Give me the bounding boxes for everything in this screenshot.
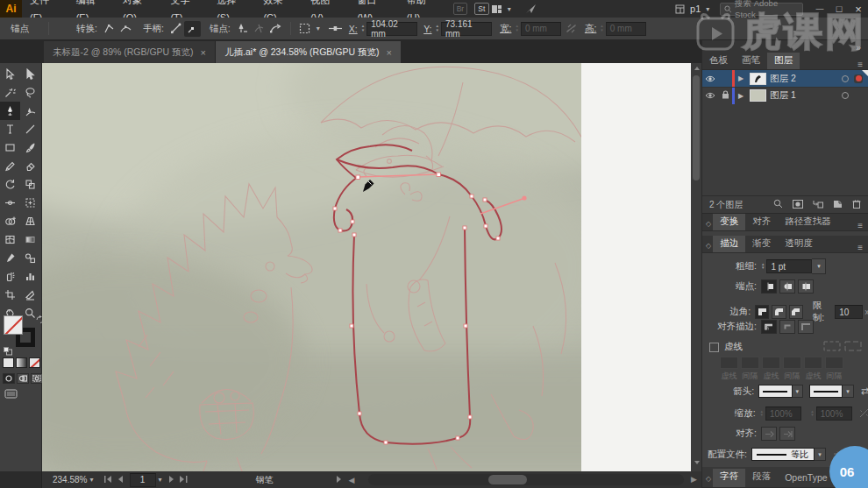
hide-handles-icon[interactable] [184, 21, 201, 37]
panel-menu-icon[interactable]: ≡ [857, 221, 863, 230]
close-button[interactable]: × [849, 0, 868, 18]
artboard-canvas[interactable] [42, 63, 701, 471]
zoom-dropdown-icon[interactable]: ▾ [89, 476, 93, 484]
status-expand-icon[interactable] [337, 475, 342, 484]
layer-thumbnail[interactable] [750, 73, 766, 85]
panel-collapse-icon[interactable]: ◇ [706, 242, 711, 250]
free-transform-tool[interactable] [20, 194, 40, 212]
shape-builder-tool[interactable] [0, 212, 20, 230]
scroll-right-icon[interactable]: ▶ [691, 475, 697, 484]
miter-join-button[interactable] [755, 305, 769, 319]
delete-layer-icon[interactable] [852, 199, 861, 210]
panel-collapse-icon[interactable]: ◇ [706, 475, 711, 483]
connect-endpoints-icon[interactable] [267, 21, 284, 37]
layer-target-icon[interactable] [842, 75, 849, 82]
visibility-eye-icon[interactable] [702, 74, 718, 84]
x-value-field[interactable]: 104.02 mm [366, 22, 417, 36]
arrowhead-end-select[interactable] [809, 385, 843, 398]
collapse-panels-icon[interactable]: » [856, 43, 861, 53]
tab-brushes[interactable]: 画笔 [735, 53, 767, 69]
rotate-tool[interactable] [0, 175, 20, 194]
miter-limit-field[interactable]: 10 [835, 305, 862, 319]
layer-thumbnail[interactable] [750, 89, 766, 102]
align-center-button[interactable] [761, 320, 777, 334]
layer-name[interactable]: 图层 2 [770, 73, 796, 85]
new-layer-icon[interactable] [833, 200, 843, 210]
slice-tool[interactable] [20, 286, 40, 304]
doc-tab-erchai[interactable]: 儿插.ai* @ 234.58% (RGB/GPU 预览) × [216, 41, 401, 63]
tab-gradient[interactable]: 渐变 [745, 236, 778, 252]
arrange-dropdown-icon[interactable]: ▾ [508, 5, 511, 13]
perspective-grid-tool[interactable] [20, 212, 40, 230]
tab-close-icon[interactable]: × [201, 47, 206, 58]
panel-collapse-icon[interactable]: ◇ [706, 220, 711, 228]
gradient-tool[interactable] [20, 230, 40, 249]
remove-anchor-icon[interactable] [234, 21, 251, 37]
panel-menu-icon[interactable]: ≡ [857, 60, 863, 69]
column-graph-tool[interactable] [20, 267, 40, 286]
arrange-documents-icon[interactable] [489, 1, 505, 17]
symbol-sprayer-tool[interactable] [0, 267, 20, 286]
stroke-weight-dropdown-icon[interactable]: ▾ [812, 258, 826, 274]
layer-row-2[interactable]: ▶ 图层 2 [702, 70, 868, 87]
lock-icon[interactable] [718, 90, 732, 101]
eyedropper-tool[interactable] [0, 249, 20, 267]
layer-target-icon[interactable] [842, 92, 849, 99]
width-profile-select[interactable]: 等比 [751, 448, 815, 461]
layer-name[interactable]: 图层 1 [770, 89, 796, 102]
doc-tab-untitled[interactable]: 未标题-2 @ 89% (RGB/GPU 预览) × [44, 41, 216, 63]
gradient-mode-button[interactable] [16, 357, 27, 368]
prev-artboard-icon[interactable] [117, 475, 123, 484]
tab-opentype[interactable]: OpenType [778, 470, 834, 487]
new-sublayer-icon[interactable] [813, 200, 823, 210]
maximize-button[interactable]: □ [829, 0, 849, 18]
fill-swatch-none[interactable] [4, 315, 23, 335]
butt-cap-button[interactable] [761, 279, 777, 294]
tab-transform[interactable]: 变换 [713, 214, 745, 230]
y-value-field[interactable]: 73.161 mm [441, 22, 492, 36]
artboard-number-field[interactable]: 1 [130, 473, 156, 487]
x-stepper[interactable]: ▲▼ [361, 25, 365, 32]
blend-tool[interactable] [20, 249, 40, 267]
swap-arrowheads-icon[interactable]: ⇄ [861, 385, 868, 397]
scale-tool[interactable] [20, 175, 40, 194]
tab-pathfinder[interactable]: 路径查找器 [778, 214, 838, 230]
minimize-button[interactable]: — [810, 0, 829, 18]
magic-wand-tool[interactable] [0, 83, 20, 102]
stroke-weight-stepper[interactable]: ▲▼ [761, 263, 765, 271]
bevel-join-button[interactable] [789, 305, 803, 319]
screen-mode-button[interactable] [4, 389, 18, 400]
isolate-selection-icon[interactable] [297, 21, 314, 37]
bridge-icon[interactable]: Br [453, 3, 467, 15]
first-artboard-icon[interactable] [104, 475, 112, 484]
rectangle-tool[interactable] [0, 138, 20, 157]
expand-chevron-icon[interactable]: ▶ [735, 74, 747, 82]
draw-inside-button[interactable] [31, 373, 43, 384]
panel-menu-icon[interactable]: ≡ [857, 243, 863, 252]
selection-tool[interactable] [0, 65, 20, 83]
align-outside-button[interactable] [798, 320, 814, 334]
none-mode-button[interactable] [29, 357, 40, 368]
curvature-tool[interactable] [20, 102, 40, 120]
tab-paragraph[interactable]: 段落 [745, 469, 778, 487]
arrowhead-start-dropdown-icon[interactable]: ▾ [793, 385, 803, 398]
show-handles-icon[interactable] [167, 21, 184, 37]
convert-to-corner-icon[interactable] [101, 21, 117, 37]
pen-tool[interactable] [0, 102, 20, 120]
lasso-tool[interactable] [20, 83, 40, 102]
direct-selection-tool[interactable] [20, 65, 40, 83]
tab-swatches[interactable]: 色板 [702, 53, 735, 69]
artboard-dropdown-icon[interactable]: ▾ [159, 476, 162, 484]
arrowhead-end-dropdown-icon[interactable]: ▾ [843, 385, 853, 398]
isolate-dropdown-icon[interactable]: ▾ [317, 25, 320, 32]
tab-layers[interactable]: 图层 [767, 53, 800, 69]
adobe-stock-icon[interactable]: St [474, 3, 488, 15]
pencil-tool[interactable] [0, 157, 20, 175]
width-tool[interactable] [0, 194, 20, 212]
tab-character[interactable]: 字符 [713, 469, 745, 487]
expand-chevron-icon[interactable]: ▶ [735, 92, 747, 100]
round-join-button[interactable] [772, 305, 786, 319]
align-key-icon[interactable] [327, 21, 344, 37]
artboard-tool[interactable] [0, 286, 20, 304]
round-cap-button[interactable] [779, 279, 795, 294]
